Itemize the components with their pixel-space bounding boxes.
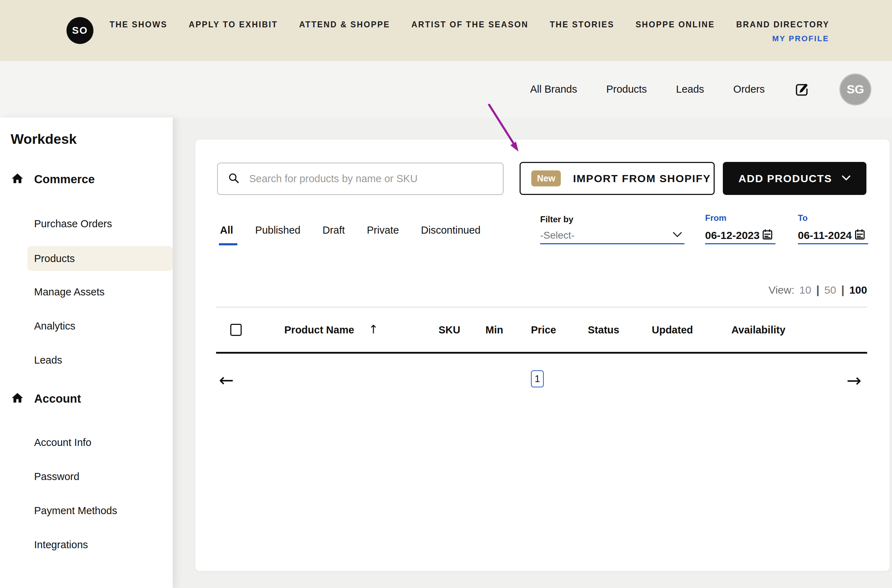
sidebar-item-analytics[interactable]: Analytics bbox=[34, 314, 75, 338]
nav-the-shows[interactable]: THE SHOWS bbox=[110, 20, 167, 30]
status-tabs: All Published Draft Private Discontinued bbox=[220, 224, 480, 245]
filter-select-value: -Select- bbox=[540, 230, 574, 241]
home-icon bbox=[11, 391, 24, 406]
brand-top-bar: SO THE SHOWS APPLY TO EXHIBIT ATTEND & S… bbox=[0, 0, 892, 61]
next-page-arrow[interactable]: → bbox=[847, 372, 862, 390]
view-per-page: View: 10 | 50 | 100 bbox=[768, 284, 867, 297]
column-availability[interactable]: Availability bbox=[731, 324, 785, 336]
from-label: From bbox=[705, 213, 727, 223]
nav-attend-and-shoppe[interactable]: ATTEND & SHOPPE bbox=[299, 20, 390, 30]
edit-square-icon[interactable] bbox=[794, 81, 810, 98]
view-separator: | bbox=[816, 284, 820, 297]
table-header-border bbox=[216, 352, 867, 354]
view-option-100[interactable]: 100 bbox=[849, 284, 867, 296]
sort-ascending-icon[interactable]: ↑ bbox=[369, 322, 379, 336]
to-label: To bbox=[798, 213, 808, 223]
user-avatar[interactable]: SG bbox=[839, 74, 871, 105]
calendar-icon[interactable] bbox=[762, 229, 773, 242]
import-from-shopify-label: IMPORT FROM SHOPIFY bbox=[573, 172, 711, 184]
nav-the-stories[interactable]: THE STORIES bbox=[550, 20, 614, 30]
column-sku[interactable]: SKU bbox=[439, 324, 460, 336]
to-date-value: 06-11-2024 bbox=[798, 230, 852, 242]
tab-label: All bbox=[220, 224, 233, 236]
new-badge: New bbox=[531, 170, 561, 186]
select-all-checkbox[interactable] bbox=[230, 324, 242, 336]
tab-label: Private bbox=[367, 224, 399, 236]
view-label: View: bbox=[768, 284, 794, 296]
sidebar-item-manage-assets[interactable]: Manage Assets bbox=[34, 279, 104, 304]
column-min[interactable]: Min bbox=[486, 324, 503, 336]
sidebar-item-integrations[interactable]: Integrations bbox=[34, 532, 88, 557]
chevron-down-icon bbox=[842, 175, 851, 182]
nav-orders[interactable]: Orders bbox=[733, 84, 765, 95]
tab-label: Draft bbox=[322, 224, 345, 236]
nav-apply-to-exhibit[interactable]: APPLY TO EXHIBIT bbox=[189, 20, 278, 30]
products-panel bbox=[196, 140, 889, 571]
view-option-50[interactable]: 50 bbox=[824, 284, 836, 296]
column-updated[interactable]: Updated bbox=[652, 324, 693, 336]
sidebar-item-products[interactable]: Products bbox=[34, 246, 75, 271]
import-from-shopify-button[interactable]: New IMPORT FROM SHOPIFY bbox=[520, 162, 715, 195]
column-status[interactable]: Status bbox=[588, 324, 620, 336]
filter-select[interactable]: -Select- bbox=[540, 227, 684, 244]
nav-leads[interactable]: Leads bbox=[676, 84, 704, 95]
active-tab-underline bbox=[219, 243, 238, 245]
column-price[interactable]: Price bbox=[531, 324, 556, 336]
tab-label: Discontinued bbox=[421, 224, 481, 236]
add-products-label: ADD PRODUCTS bbox=[739, 172, 832, 184]
account-nav-bar: All Brands Products Leads Orders SG bbox=[0, 61, 892, 117]
nav-shoppe-online[interactable]: SHOPPE ONLINE bbox=[635, 20, 715, 30]
tab-published[interactable]: Published bbox=[255, 224, 300, 245]
previous-page-arrow[interactable]: ← bbox=[219, 371, 234, 389]
sidebar-section-account[interactable]: Account bbox=[11, 391, 81, 406]
tab-label: Published bbox=[255, 224, 300, 236]
home-icon bbox=[11, 172, 24, 187]
search-icon bbox=[228, 172, 240, 186]
nav-brand-directory[interactable]: BRAND DIRECTORY bbox=[736, 20, 829, 30]
sidebar-item-payment-methods[interactable]: Payment Methods bbox=[34, 498, 117, 523]
view-separator: | bbox=[841, 284, 844, 297]
filter-by-label: Filter by bbox=[540, 214, 573, 224]
tab-draft[interactable]: Draft bbox=[322, 224, 345, 245]
calendar-icon[interactable] bbox=[855, 229, 865, 242]
nav-all-brands[interactable]: All Brands bbox=[530, 84, 577, 95]
my-profile-link[interactable]: MY PROFILE bbox=[772, 34, 829, 44]
sidebar-section-label: Commerce bbox=[34, 172, 95, 186]
tab-discontinued[interactable]: Discontinued bbox=[421, 224, 481, 245]
table-top-border bbox=[216, 307, 867, 308]
sidebar-item-purchase-orders[interactable]: Purchase Orders bbox=[34, 211, 112, 236]
to-date-field[interactable]: 06-11-2024 bbox=[798, 227, 868, 244]
from-date-field[interactable]: 06-12-2023 bbox=[705, 227, 775, 244]
search-input[interactable] bbox=[249, 173, 491, 184]
sidebar-item-account-info[interactable]: Account Info bbox=[34, 430, 91, 455]
sidebar-section-commerce[interactable]: Commerce bbox=[11, 172, 95, 187]
tab-all[interactable]: All bbox=[220, 224, 233, 245]
brand-nav: THE SHOWS APPLY TO EXHIBIT ATTEND & SHOP… bbox=[110, 20, 829, 30]
account-nav: All Brands Products Leads Orders SG bbox=[530, 61, 871, 117]
page-number-1[interactable]: 1 bbox=[531, 370, 544, 387]
add-products-button[interactable]: ADD PRODUCTS bbox=[723, 162, 866, 195]
sidebar-item-password[interactable]: Password bbox=[34, 464, 79, 489]
column-product-name[interactable]: Product Name bbox=[284, 324, 354, 336]
so-logo[interactable]: SO bbox=[66, 17, 93, 44]
sidebar-title: Workdesk bbox=[11, 131, 77, 147]
workdesk-products-page: SO THE SHOWS APPLY TO EXHIBIT ATTEND & S… bbox=[0, 0, 892, 588]
tab-private[interactable]: Private bbox=[367, 224, 399, 245]
sidebar-item-leads[interactable]: Leads bbox=[34, 348, 62, 372]
chevron-down-icon bbox=[672, 231, 682, 239]
from-date-value: 06-12-2023 bbox=[705, 230, 760, 242]
nav-artist-of-the-season[interactable]: ARTIST OF THE SEASON bbox=[412, 20, 528, 30]
sidebar-section-label: Account bbox=[34, 392, 81, 405]
nav-products[interactable]: Products bbox=[606, 84, 647, 95]
view-option-10[interactable]: 10 bbox=[799, 284, 811, 296]
product-search-box bbox=[217, 163, 504, 195]
